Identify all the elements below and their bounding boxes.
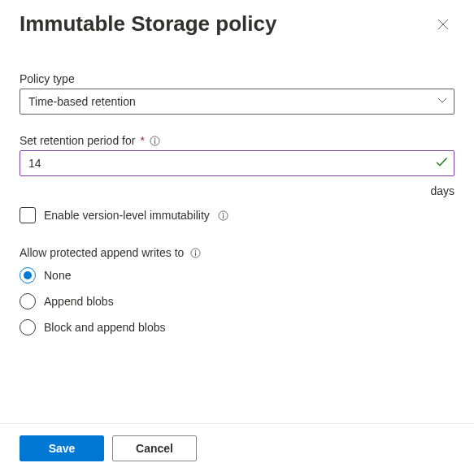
- radio-circle: [20, 319, 36, 335]
- checkmark-icon: [435, 156, 448, 171]
- svg-rect-7: [223, 214, 224, 219]
- save-button[interactable]: Save: [20, 435, 104, 461]
- required-indicator: *: [140, 134, 144, 147]
- svg-rect-4: [154, 140, 155, 144]
- radio-none[interactable]: None: [20, 267, 454, 283]
- policy-type-value: Time-based retention: [28, 95, 136, 108]
- radio-block-append[interactable]: Block and append blobs: [20, 319, 454, 335]
- svg-rect-10: [195, 252, 196, 256]
- checkbox-box: [20, 207, 36, 223]
- radio-circle: [20, 267, 36, 283]
- svg-point-9: [195, 250, 197, 252]
- radio-label: None: [44, 269, 71, 282]
- svg-point-6: [223, 213, 224, 214]
- radio-circle: [20, 293, 36, 309]
- panel-title: Immutable Storage policy: [20, 11, 276, 37]
- radio-append[interactable]: Append blobs: [20, 293, 454, 309]
- radio-label: Append blobs: [44, 295, 114, 308]
- policy-type-select[interactable]: Time-based retention: [20, 89, 454, 115]
- retention-input[interactable]: [20, 150, 454, 176]
- retention-label: Set retention period for: [20, 134, 135, 147]
- cancel-button[interactable]: Cancel: [112, 435, 197, 461]
- info-icon[interactable]: [150, 136, 160, 146]
- retention-unit: days: [20, 184, 454, 197]
- radio-label: Block and append blobs: [44, 321, 165, 334]
- svg-point-3: [154, 138, 156, 140]
- info-icon[interactable]: [190, 248, 201, 258]
- policy-type-label: Policy type: [20, 72, 75, 85]
- close-icon[interactable]: [432, 13, 454, 36]
- info-icon[interactable]: [218, 210, 228, 221]
- version-immutability-checkbox[interactable]: Enable version-level immutability: [20, 207, 454, 223]
- append-writes-label: Allow protected append writes to: [20, 246, 184, 259]
- version-immutability-label: Enable version-level immutability: [44, 209, 210, 222]
